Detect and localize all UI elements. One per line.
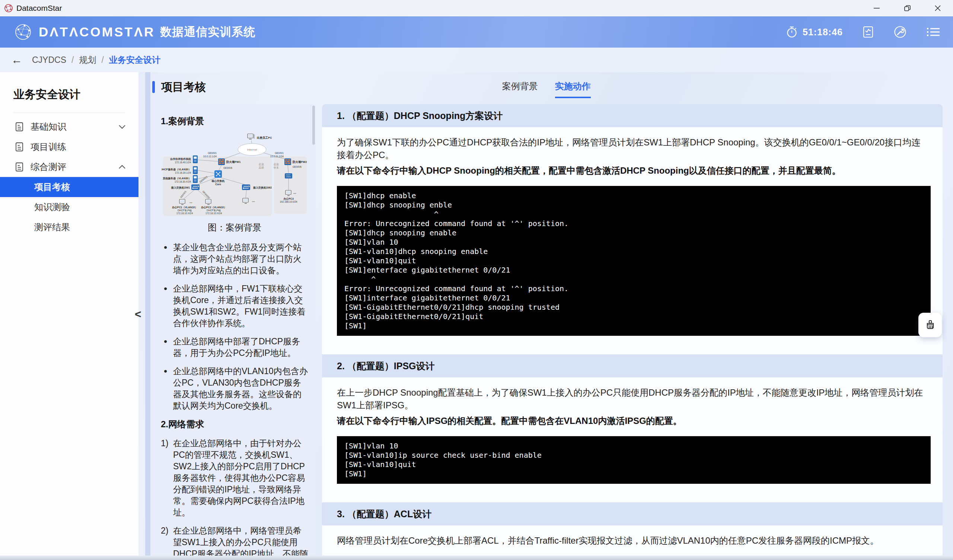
chevron-up-icon [118, 165, 126, 169]
diagram-label: 172.16.30.X/24 [175, 180, 191, 183]
diagram-label: 办公PC2（VLAN10） [201, 206, 226, 209]
report-button[interactable] [862, 26, 874, 38]
document-icon [15, 122, 24, 131]
diagram-label: DHCP客户端 [178, 209, 192, 212]
requirement-text: 在企业总部网络中，由于针对办公PC的管理不规范，交换机SW1、SW2上接入的部分… [173, 438, 308, 518]
product-name: 数据通信实训系统 [160, 24, 255, 40]
question-1-header: 1. （配置题）DHCP Snooping方案设计 [322, 104, 942, 127]
diagram-label: 办公PC1（VLAN10） [172, 206, 197, 209]
case-bullet: 企业总部网络中，FW1下联核心交换机Core，并通过后者连接接入交换机SW1和S… [161, 283, 308, 329]
figure-caption: 图：案例背景 [161, 222, 308, 234]
diagram-label: 办公PC3 [283, 198, 294, 200]
breadcrumb-item-plan[interactable]: 规划 [79, 54, 96, 66]
question-1-body: 为了确保SW1下联的办公PC通过DHCP获取合法的IP地址，网络管理员计划在SW… [322, 127, 942, 354]
diagram-label: 总部 [258, 166, 264, 169]
window-close-button[interactable] [922, 0, 953, 16]
document-icon [15, 142, 24, 152]
sidebar-subitem-project-exam[interactable]: 项目考核 [0, 177, 138, 197]
question-2-header: 2. （配置题）IPSG设计 [322, 354, 942, 377]
question-title: 2. （配置题）IPSG设计 [337, 360, 435, 372]
case-panel-scrollbar[interactable] [312, 105, 315, 145]
other-server-icon [193, 175, 198, 183]
app-title: DatacomStar [16, 4, 62, 12]
window-bottom-edge [0, 555, 953, 560]
sidebar: 业务安全设计 基础知识 项目训练 综合测评 [0, 72, 138, 560]
cli-terminal-2[interactable]: [SW1]vlan 10 [SW1-vlan10]ip source check… [337, 436, 931, 484]
firewall-fw2-icon [284, 158, 291, 165]
app-header: DΛTΛCOMSTΛR 数据通信实训系统 51:18:46 [0, 16, 953, 48]
brand-wordmark: DΛTΛCOMSTΛR [39, 25, 155, 39]
diagram-label: 172.16.10.X/24 [205, 212, 222, 215]
diagram-label: 10.0.12.1/24 [203, 155, 217, 158]
breadcrumb: ← CJYDCS / 规划 / 业务安全设计 [0, 48, 953, 72]
timer-value: 51:18:46 [802, 27, 843, 37]
sidebar-item-assessment[interactable]: 综合测评 [0, 157, 138, 177]
question-3-body: 网络管理员计划在Core交换机上部署ACL，并结合Traffic-filter实… [322, 525, 942, 551]
question-instruction: 请在以下命令行中输入DHCP Snooping的相关配置，配置中需包含激活DHC… [337, 164, 928, 177]
broom-icon [925, 319, 936, 331]
tools-icon [893, 25, 907, 39]
clear-terminal-button[interactable] [918, 313, 942, 337]
diagram-label: 接入交换机SW1 [171, 186, 190, 189]
breadcrumb-item-cjydcs[interactable]: CJYDCS [32, 55, 66, 65]
diagram-label: GE0/0/6 [224, 167, 232, 169]
question-body-text: 在上一步DHCP Snooping配置基础上，为了确保SW1上接入的办公PC只能… [337, 386, 928, 411]
case-bullet: 企业总部网络中的VLAN10内包含办公PC，VLAN30内包含DHCP服务器及其… [161, 365, 308, 411]
diagram-label: 接入交换机SW2 [253, 186, 272, 189]
cli-terminal-1[interactable]: [SW1]dhcp enable [SW1]dhcp snooping enbl… [337, 186, 931, 336]
workspace: 业务安全设计 基础知识 项目训练 综合测评 [0, 72, 953, 560]
page-head: 项目考核 案例背景 实施动作 [150, 79, 942, 103]
case-background-panel: 1.案例背景 [151, 104, 316, 560]
sidebar-collapse-handle[interactable]: < [135, 308, 141, 320]
sidebar-title: 业务安全设计 [0, 72, 138, 102]
diagram-label: Internet [247, 148, 257, 152]
window-minimize-button[interactable] [861, 0, 892, 16]
diagram-label: 企业 [273, 163, 279, 166]
diagram-label: 防火墙FW2 [293, 160, 307, 164]
requirement-item: 2) 在企业总部网络中，网络管理员希望SW1上接入的办公PC只能使用DHCP服务… [161, 525, 308, 560]
diagram-label: 防火墙FW1 [226, 160, 241, 164]
diagram-label: 172.16.40.1/24 [175, 161, 191, 164]
sidebar-item-label: 项目训练 [31, 141, 66, 153]
remote-pc-icon [248, 134, 255, 139]
dhcp-server-icon [193, 166, 198, 174]
case-section2-title: 2.网络需求 [161, 418, 308, 430]
sidebar-subitem-label: 测评结果 [34, 221, 70, 233]
back-arrow-icon[interactable]: ← [11, 54, 22, 66]
firewall-fw1-icon [218, 158, 225, 165]
diagram-label: DHCP客户端 [206, 209, 221, 212]
sidebar-item-label: 基础知识 [31, 121, 66, 133]
diagram-label: ... [252, 199, 255, 203]
diagram-label: 核心交换机 [211, 179, 225, 183]
sidebar-subitem-label: 项目考核 [34, 181, 70, 193]
breadcrumb-separator: / [101, 55, 104, 65]
tab-implementation[interactable]: 实施动作 [555, 80, 591, 98]
close-icon [934, 5, 941, 12]
case-bullet: 某企业包含企业总部及分支两个站点，这两个站点均部署了出口防火墙作为对应站点的出口… [161, 242, 308, 276]
network-topology-diagram: 出差员工PCInternetGE0/0/110.0.12.1/24防火墙FW1G… [161, 131, 307, 219]
diagram-label: 其他服务器（VLAN30） [163, 177, 191, 180]
breadcrumb-item-current: 业务安全设计 [109, 54, 160, 66]
window-restore-button[interactable] [892, 0, 922, 16]
requirement-number: 1) [161, 438, 173, 518]
sidebar-subitem-results[interactable]: 测评结果 [0, 217, 138, 237]
diagram-label: 172.16.10.X/24 [177, 212, 193, 215]
document-icon [15, 162, 24, 172]
tab-case-background[interactable]: 案例背景 [502, 80, 538, 98]
menu-list-button[interactable] [926, 26, 941, 38]
diagram-label: 10.0.21.2/24 [270, 155, 284, 158]
diagram-label: 192.168.10.0/24 [280, 200, 298, 203]
branch-site-box [274, 156, 307, 214]
question-title: 3. （配置题）ACL设计 [337, 508, 431, 520]
sidebar-item-training[interactable]: 项目训练 [0, 137, 138, 157]
stopwatch-icon [785, 26, 798, 38]
sidebar-subitem-knowledge-quiz[interactable]: 知识测验 [0, 197, 138, 217]
chevron-down-icon [118, 125, 126, 129]
tools-button[interactable] [893, 25, 907, 39]
exam-timer: 51:18:46 [785, 26, 843, 38]
question-instruction: 请在以下命令行中输入IPSG的相关配置。配置中需包含在VLAN10内激活IPSG… [337, 415, 928, 427]
list-icon [926, 26, 941, 38]
question-title: 1. （配置题）DHCP Snooping方案设计 [337, 110, 503, 122]
sidebar-item-basics[interactable]: 基础知识 [0, 117, 138, 137]
requirement-item: 1) 在企业总部网络中，由于针对办公PC的管理不规范，交换机SW1、SW2上接入… [161, 438, 308, 518]
